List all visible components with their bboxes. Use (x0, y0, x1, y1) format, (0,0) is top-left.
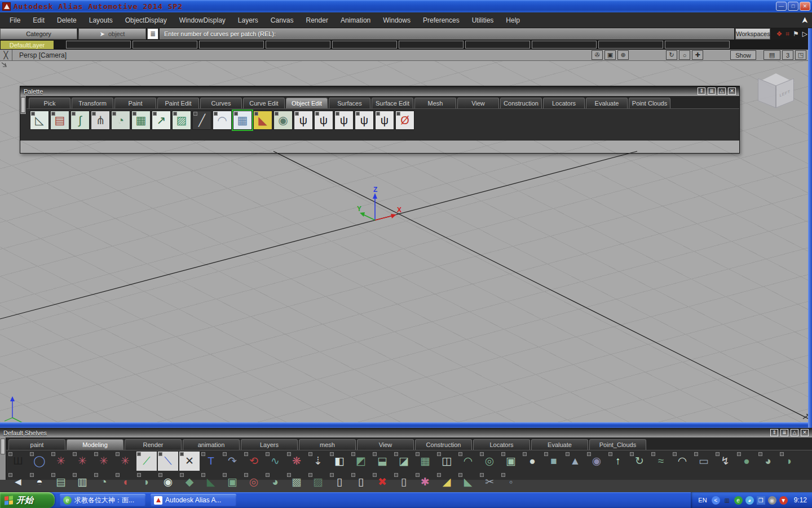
palette-titlebar[interactable]: Palette ⇕≣△✕ (20, 86, 739, 96)
freeform-curve-icon[interactable]: ∿ (265, 452, 285, 471)
camera-view-icon[interactable]: ▣ (604, 50, 616, 60)
plug-tool-icon-3[interactable]: ψ (334, 111, 354, 130)
round-fillet-icon[interactable]: ◠ (458, 452, 478, 471)
language-indicator[interactable]: EN (696, 496, 708, 504)
cos-points-icon-4[interactable]: ✳ (115, 452, 135, 471)
menu-item[interactable]: Animation (334, 16, 377, 24)
layer-slot[interactable] (199, 41, 264, 49)
wave-sheet-icon[interactable]: ◠ (213, 111, 232, 130)
unplug-zero-icon[interactable]: Ø (395, 111, 414, 130)
diagonal-tool-icon[interactable]: ╱ (192, 111, 211, 130)
view-cube[interactable]: LEFT (754, 73, 797, 117)
layer-slot[interactable] (266, 41, 330, 49)
palette-tab[interactable]: Pick (29, 98, 70, 108)
panel-close-button[interactable]: ✕ (728, 87, 736, 95)
palette-tab[interactable]: Evaluate (586, 98, 628, 108)
cos-points-icon-2[interactable]: ✳ (72, 452, 92, 471)
palette-tab[interactable]: Curves (200, 98, 242, 108)
revolve-icon[interactable]: ↻ (629, 452, 650, 471)
layer-slot[interactable] (598, 41, 663, 49)
export-page-icon[interactable]: ▯ (394, 472, 414, 492)
panel-menu-button[interactable]: ≣ (780, 429, 788, 436)
section-planes-icon[interactable]: ⋔ (91, 111, 110, 130)
palette-tab[interactable]: Object Edit (286, 98, 328, 108)
pick-flag-icon[interactable]: ⚑ (793, 30, 799, 38)
surface-flip-icon[interactable]: ⬓ (372, 452, 392, 471)
fold-surface-icon[interactable]: ◣ (253, 111, 272, 130)
menu-item[interactable]: Layouts (83, 16, 119, 24)
palette-tab[interactable]: View (457, 98, 499, 108)
surface-fold-icon[interactable]: ◪ (394, 452, 414, 471)
menu-item[interactable]: WindowDisplay (173, 16, 232, 24)
layer-slot[interactable] (66, 41, 131, 49)
shelf-tab[interactable]: Render (125, 439, 182, 450)
leaf-surface-icon[interactable]: ◗ (779, 452, 800, 471)
page-flip-icon[interactable]: ▯ (351, 472, 371, 492)
grid-wedge-icon[interactable]: ◣ (458, 472, 478, 492)
drop-arrow-icon[interactable]: ⇣ (308, 452, 328, 471)
layer-slot[interactable] (532, 41, 597, 49)
palette-tab[interactable]: Surface Edit (372, 98, 413, 108)
draft-surface-icon[interactable]: ◫ (436, 452, 457, 471)
snap-grid-ball-icon[interactable]: ⌗ (785, 30, 789, 38)
checker-ball-icon[interactable]: ▩ (286, 472, 307, 492)
ruler-icon[interactable]: ▤ (764, 50, 780, 60)
palette-tab[interactable]: Point Clouds (629, 98, 670, 108)
red-edge-sheet-icon[interactable]: ◖ (115, 472, 135, 492)
tube-surface-icon[interactable]: ◎ (479, 452, 500, 471)
scatter-cluster-icon[interactable]: ❋ (286, 452, 307, 471)
unfold-page-icon[interactable]: ✕ (179, 452, 200, 471)
dock-resize-button[interactable]: ⇕ (698, 87, 705, 95)
palette-tab[interactable]: Mesh (414, 98, 456, 108)
stitch-surface-icon[interactable]: ▨ (172, 111, 191, 130)
text-tool-icon[interactable]: T (201, 452, 221, 471)
arc-copy-icon[interactable]: ↷ (222, 452, 242, 471)
ball-surface-icon[interactable]: ◔ (111, 111, 130, 130)
layer-slot[interactable] (133, 41, 197, 49)
blade-surface-icon[interactable]: ◣ (201, 472, 221, 492)
menu-item[interactable]: Layers (232, 16, 264, 24)
rail-surface-icon[interactable]: ◠ (672, 452, 692, 471)
extrude-icon[interactable]: ↑ (608, 452, 628, 471)
dark-sheet-icon[interactable]: ▨ (308, 472, 328, 492)
expand-arrow-icon[interactable]: ▷ (802, 30, 807, 38)
plug-tool-icon-1[interactable]: ψ (294, 111, 313, 130)
curve-edit-tile-icon[interactable]: ⟋ (136, 452, 157, 471)
dome-surface-icon[interactable]: ◓ (29, 472, 50, 492)
peel-surface-icon[interactable]: ↗ (152, 111, 171, 130)
menu-item[interactable]: Utilities (466, 16, 500, 24)
category-button[interactable]: Category (0, 28, 77, 40)
shelves-titlebar[interactable]: Default Shelves ⇕≣△✕ (0, 428, 812, 437)
cos-points-icon-3[interactable]: ✳ (94, 452, 114, 471)
wedge-striped-icon[interactable]: ◢ (436, 472, 457, 492)
lasso-select-icon[interactable]: ⟲ (244, 452, 264, 471)
magnifier-icon[interactable]: ⊕ (617, 50, 629, 60)
menu-item[interactable]: Delete (51, 16, 83, 24)
menu-item[interactable]: ObjectDisplay (119, 16, 173, 24)
look-at-icon[interactable]: ○ (679, 50, 690, 60)
blob-surface-icon[interactable]: ◕ (758, 452, 778, 471)
volume-icon[interactable]: ◉ (768, 496, 776, 505)
shelves-drag-rail[interactable] (0, 437, 6, 480)
shelf-tab[interactable]: View (357, 439, 414, 450)
paintbrush-set-icon[interactable]: Ш (8, 452, 28, 471)
corner-window-icon[interactable]: ◳ (795, 50, 806, 60)
green-box-icon[interactable]: ▣ (222, 472, 242, 492)
collapse-chevron-icon[interactable]: < (712, 496, 720, 505)
antivirus-shield-icon[interactable]: ▼ (779, 496, 788, 505)
layer-slot[interactable] (665, 41, 730, 49)
sphere-green-icon[interactable]: ● (736, 452, 757, 471)
ring-ball-icon[interactable]: ◎ (244, 472, 264, 492)
shelf-tab[interactable]: mesh (299, 439, 356, 450)
cone-tool-icon[interactable]: ▲ (565, 452, 585, 471)
task-button-alias[interactable]: Autodesk Alias A... (151, 494, 236, 507)
layer-slot[interactable] (465, 41, 530, 49)
printer-icon[interactable]: ▥ (723, 496, 731, 505)
shelf-tab[interactable]: Evaluate (531, 439, 588, 450)
mesh-surface-icon[interactable]: ▦ (415, 452, 435, 471)
flat-sheets-icon[interactable]: ▤ (51, 472, 71, 492)
palette-tab[interactable]: Locators (543, 98, 585, 108)
cube-tool-icon[interactable]: ■ (544, 452, 564, 471)
promptline-history-icon[interactable]: ≣ (147, 28, 158, 40)
surface-plane-icon[interactable]: ◧ (329, 452, 350, 471)
